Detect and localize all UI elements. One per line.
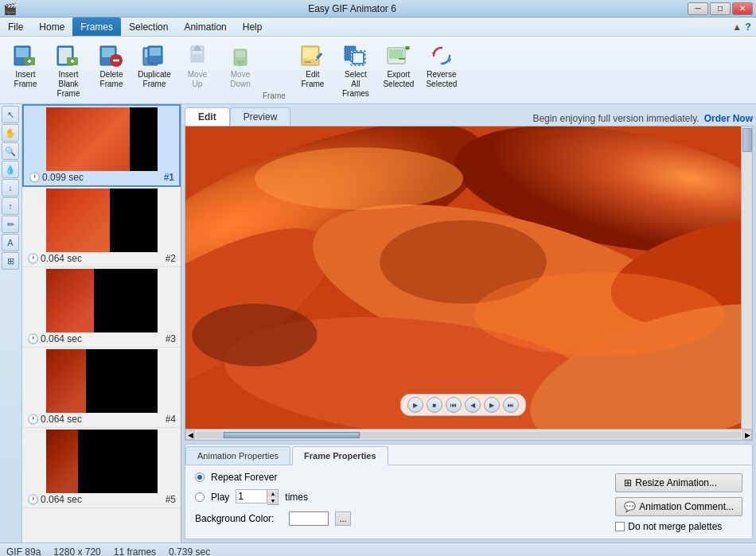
tool-up-arrow[interactable]: ↑: [2, 197, 19, 215]
clock-icon-3: 🕐: [27, 333, 39, 344]
animation-comment-button[interactable]: 💬 Animation Comment...: [615, 497, 742, 516]
frame-thumb-3: [46, 269, 158, 332]
menu-file[interactable]: File: [0, 17, 31, 36]
duplicate-label: DuplicateFrame: [138, 70, 171, 89]
play-button[interactable]: ▶: [407, 397, 423, 413]
menu-animation[interactable]: Animation: [176, 17, 234, 36]
delete-frame-icon: [99, 43, 124, 68]
duplicate-frame-button[interactable]: DuplicateFrame: [134, 40, 175, 92]
tab-animation-props[interactable]: Animation Properties: [185, 446, 290, 465]
play-count-spinner[interactable]: 1 ▲ ▼: [236, 489, 279, 505]
menu-help[interactable]: Help: [235, 17, 271, 36]
frame-info-4: 🕐 0.064 sec #4: [24, 413, 179, 426]
tab-preview[interactable]: Preview: [230, 107, 291, 126]
frame-item-5[interactable]: 🕐 0.064 sec #5: [22, 428, 181, 508]
menu-home[interactable]: Home: [31, 17, 72, 36]
title-bar-left: 🎬: [3, 2, 17, 15]
reverse-selected-button[interactable]: ReverseSelected: [421, 40, 462, 92]
edit-frame-button[interactable]: EditFrame: [292, 40, 333, 92]
spin-down[interactable]: ▼: [267, 497, 278, 504]
duplicate-icon: [142, 43, 167, 68]
frame-info-1: 🕐 0.099 sec #1: [25, 171, 177, 184]
frame-thumb-5: [46, 430, 158, 493]
menu-bar: File Home Frames Selection Animation Hel…: [0, 17, 756, 37]
frame-num-5: #5: [166, 494, 176, 505]
spin-arrows[interactable]: ▲ ▼: [267, 489, 279, 505]
prop-content: Repeat Forever Play 1 ▲ ▼: [185, 465, 752, 539]
move-up-button[interactable]: MoveUp: [177, 40, 218, 92]
tab-frame-props[interactable]: Frame Properties: [292, 446, 388, 465]
frame-group-label: Frame: [263, 91, 290, 102]
prev-frame-button[interactable]: ◀: [465, 397, 481, 413]
menu-help-icon[interactable]: ?: [745, 21, 751, 33]
svg-marker-36: [432, 52, 435, 56]
frame-item-4[interactable]: 🕐 0.064 sec #4: [22, 348, 181, 428]
bg-color-swatch[interactable]: [289, 511, 329, 526]
menu-selection[interactable]: Selection: [121, 17, 176, 36]
tool-crop[interactable]: ⊞: [2, 252, 19, 270]
move-up-icon: [185, 43, 210, 68]
next-frame-button[interactable]: ▶: [484, 397, 500, 413]
title-controls: ─ □ ✕: [688, 2, 753, 15]
play-times-radio[interactable]: [195, 492, 205, 502]
first-frame-button[interactable]: ⏮: [446, 397, 462, 413]
frame-time-4: 🕐 0.064 sec: [27, 414, 82, 425]
edit-frame-label: EditFrame: [301, 70, 324, 89]
maximize-button[interactable]: □: [710, 2, 731, 15]
tool-zoom[interactable]: 🔍: [2, 142, 19, 160]
close-button[interactable]: ✕: [732, 2, 753, 15]
frame-item-1[interactable]: 🕐 0.099 sec #1: [22, 104, 181, 187]
h-scroll-track[interactable]: [197, 432, 741, 438]
frame-time-3: 🕐 0.064 sec: [27, 333, 82, 344]
h-scroll-thumb[interactable]: [224, 432, 360, 438]
play-count-input[interactable]: 1: [236, 489, 267, 504]
app-icon: 🎬: [3, 2, 17, 15]
spin-up[interactable]: ▲: [267, 490, 278, 497]
delete-frame-button[interactable]: DeleteFrame: [91, 40, 132, 92]
scroll-left-btn[interactable]: ◀: [185, 430, 195, 440]
insert-blank-frame-button[interactable]: Insert BlankFrame: [48, 40, 89, 102]
vertical-scrollbar[interactable]: [741, 126, 752, 429]
frame-item-3[interactable]: 🕐 0.064 sec #3: [22, 267, 181, 348]
tool-eyedrop[interactable]: 💧: [2, 161, 19, 178]
frame-list-panel[interactable]: 🕐 0.099 sec #1 🕐 0.064 sec #2: [22, 104, 181, 542]
play-times-row: Play 1 ▲ ▼ times: [195, 489, 599, 505]
resize-icon: ⊞: [624, 477, 632, 488]
left-toolbar: ↖ ✋ 🔍 💧 ↓ ↑ ✏ A ⊞: [0, 104, 22, 542]
select-all-frames-button[interactable]: Select AllFrames: [335, 40, 376, 102]
minimize-button[interactable]: ─: [688, 2, 708, 15]
clock-icon-5: 🕐: [27, 494, 39, 505]
scroll-right-btn[interactable]: ▶: [742, 430, 752, 440]
tool-hand[interactable]: ✋: [2, 124, 19, 142]
insert-frame-button[interactable]: InsertFrame: [5, 40, 46, 92]
tool-down-arrow[interactable]: ↓: [2, 179, 19, 196]
tab-edit[interactable]: Edit: [185, 107, 230, 126]
frame-item-2[interactable]: 🕐 0.064 sec #2: [22, 187, 181, 267]
bg-color-picker-btn[interactable]: ...: [335, 511, 351, 526]
frame-time-1: 🕐 0.099 sec: [29, 172, 84, 183]
menu-frames[interactable]: Frames: [72, 17, 121, 36]
tool-cursor[interactable]: ↖: [2, 106, 19, 123]
order-now-link[interactable]: Order Now: [704, 113, 753, 124]
menu-right: ▲ ?: [727, 17, 756, 36]
insert-blank-label: Insert BlankFrame: [53, 70, 84, 99]
last-frame-button[interactable]: ⏭: [503, 397, 519, 413]
menu-up-icon[interactable]: ▲: [732, 21, 742, 33]
merge-palettes-label: Do not merge palettes: [628, 521, 722, 532]
resize-animation-button[interactable]: ⊞ Resize Animation...: [615, 473, 742, 492]
tool-text[interactable]: A: [2, 234, 19, 251]
frame-info-3: 🕐 0.064 sec #3: [24, 332, 179, 345]
stop-button[interactable]: ■: [427, 397, 442, 413]
select-all-label: Select AllFrames: [340, 70, 372, 99]
repeat-forever-radio[interactable]: [195, 472, 205, 482]
prop-left: Repeat Forever Play 1 ▲ ▼: [195, 472, 599, 532]
times-label: times: [285, 492, 308, 503]
merge-palettes-checkbox[interactable]: [615, 522, 625, 531]
tool-pen[interactable]: ✏: [2, 216, 19, 233]
edit-tabs: Edit Preview Begin enjoying full version…: [181, 104, 756, 126]
export-selected-button[interactable]: ExportSelected: [378, 40, 419, 92]
move-down-button[interactable]: MoveDown: [220, 40, 261, 92]
move-down-label: MoveDown: [230, 70, 251, 89]
preview-image-area: ▶ ■ ⏮ ◀ ▶ ⏭: [185, 126, 741, 429]
horizontal-scrollbar[interactable]: ◀ ▶: [185, 429, 752, 440]
